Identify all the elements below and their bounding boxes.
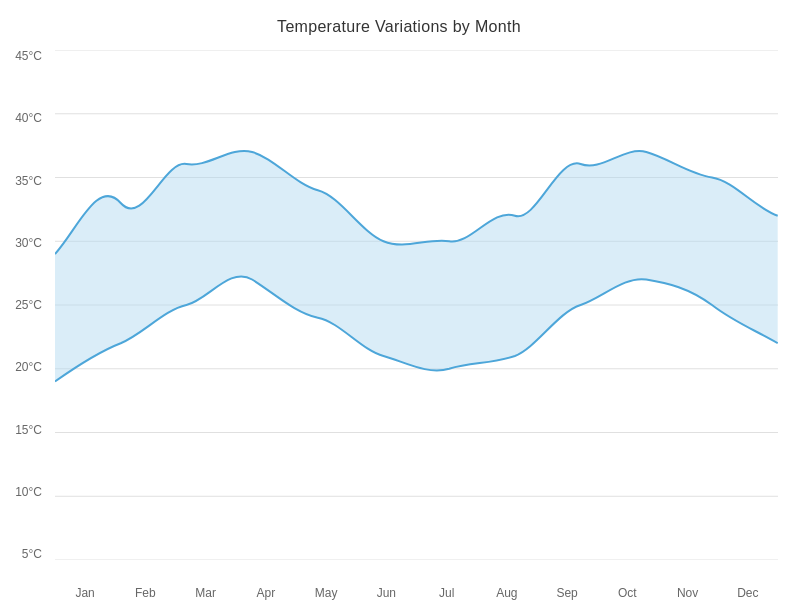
x-label-nov: Nov xyxy=(658,586,718,600)
x-label-jun: Jun xyxy=(356,586,416,600)
x-label-jul: Jul xyxy=(417,586,477,600)
x-label-oct: Oct xyxy=(597,586,657,600)
x-label-feb: Feb xyxy=(115,586,175,600)
x-axis-labels: Jan Feb Mar Apr May Jun Jul Aug Sep Oct … xyxy=(55,586,778,600)
x-label-dec: Dec xyxy=(718,586,778,600)
chart-title: Temperature Variations by Month xyxy=(0,0,798,36)
y-label-35: 35°C xyxy=(15,175,42,187)
y-label-25: 25°C xyxy=(15,299,42,311)
area-fill xyxy=(55,151,778,382)
x-label-sep: Sep xyxy=(537,586,597,600)
y-label-10: 10°C xyxy=(15,486,42,498)
y-label-15: 15°C xyxy=(15,424,42,436)
x-label-apr: Apr xyxy=(236,586,296,600)
y-label-45: 45°C xyxy=(15,50,42,62)
y-axis-labels: 45°C 40°C 35°C 30°C 25°C 20°C 15°C 10°C … xyxy=(0,50,50,560)
chart-container: Temperature Variations by Month 45°C 40°… xyxy=(0,0,798,615)
x-label-aug: Aug xyxy=(477,586,537,600)
x-label-mar: Mar xyxy=(176,586,236,600)
chart-svg xyxy=(55,50,778,560)
y-label-5: 5°C xyxy=(22,548,42,560)
x-label-jan: Jan xyxy=(55,586,115,600)
y-label-30: 30°C xyxy=(15,237,42,249)
y-label-20: 20°C xyxy=(15,361,42,373)
y-label-40: 40°C xyxy=(15,112,42,124)
x-label-may: May xyxy=(296,586,356,600)
